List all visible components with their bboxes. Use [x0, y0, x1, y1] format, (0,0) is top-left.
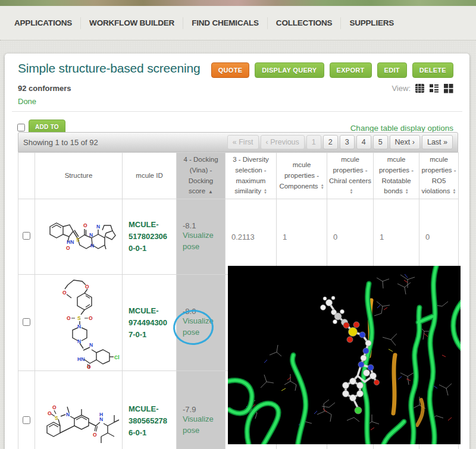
column-header-structure: Structure — [35, 153, 123, 199]
svg-text:S: S — [77, 315, 81, 321]
chiral-centers-value: 0 — [327, 199, 374, 275]
svg-text:O: O — [52, 404, 57, 410]
svg-text:O: O — [48, 410, 52, 416]
pagination-page-2[interactable]: 2 — [323, 135, 338, 149]
row-checkbox[interactable] — [23, 416, 30, 424]
pagination-previous: ‹ Previous — [261, 135, 305, 149]
structure-drawing: S O O N O N H — [37, 387, 120, 449]
svg-text:N: N — [89, 342, 93, 348]
ro5-violations-value: 0 — [419, 199, 459, 275]
section-divider — [12, 111, 462, 112]
mcule-id-link[interactable]: MCULE-3805652786-0-1 — [129, 403, 170, 439]
pagination-page-3[interactable]: 3 — [340, 135, 355, 149]
svg-text:O: O — [66, 245, 70, 251]
pose-viewer-3d[interactable] — [228, 266, 461, 444]
pagination-page-5[interactable]: 5 — [373, 135, 388, 149]
column-header-max-similarity[interactable]: 3 - Diversity selection - maximum simila… — [226, 153, 277, 199]
nav-item-suppliers[interactable]: SUPPLIERS — [341, 17, 402, 29]
nav-item-find-chemicals[interactable]: FIND CHEMICALS — [183, 17, 268, 29]
svg-text:O: O — [87, 364, 91, 369]
quote-button[interactable]: QUOTE — [211, 62, 250, 78]
photo-banner — [0, 0, 476, 6]
sort-ascending-icon: ▲ — [208, 189, 213, 194]
nav-item-applications[interactable]: APPLICATIONS — [6, 17, 81, 29]
page-title: Simple structure-based screening — [18, 61, 200, 76]
pagination-page-1: 1 — [306, 135, 321, 149]
svg-text:O: O — [89, 315, 93, 321]
table-row: HN O O S N N N MCULE-5178023060-0-1 -8.1… — [18, 199, 459, 275]
grid-view-icon[interactable] — [443, 83, 453, 93]
column-header-checkbox — [18, 153, 35, 199]
row-checkbox[interactable] — [23, 318, 30, 326]
pagination-page-4[interactable]: 4 — [356, 135, 371, 149]
svg-text:O: O — [67, 315, 71, 321]
sort-icon[interactable]: ▲▼ — [453, 189, 456, 194]
svg-text:S: S — [76, 237, 80, 243]
pagination: « First ‹ Previous 1 2 3 4 5 Next › Last… — [227, 135, 453, 149]
svg-text:O: O — [83, 222, 87, 228]
mcule-id-link[interactable]: MCULE-9744943007-0-1 — [129, 305, 170, 341]
structure-cell: O O S O O N N N HN O Cl — [35, 275, 123, 371]
column-header-chiral-centers[interactable]: mcule properties - Chiral centers▲▼ — [327, 153, 374, 199]
docking-score-value: -8.1 — [183, 221, 219, 230]
svg-text:H: H — [99, 412, 103, 417]
sort-icon[interactable]: ▲▼ — [321, 184, 324, 190]
sort-icon[interactable]: ▲▼ — [350, 189, 353, 194]
svg-text:N: N — [90, 243, 94, 249]
change-display-options-link[interactable]: Change table display options — [350, 124, 453, 133]
pagination-last[interactable]: Last » — [422, 135, 453, 149]
structure-drawing: O O S O O N N N HN O Cl — [37, 277, 120, 369]
delete-button[interactable]: DELETE — [412, 62, 453, 78]
column-header-docking-score[interactable]: 4 - Docking (Vina) - Docking score▲ — [177, 153, 226, 199]
protein-ligand-scene — [228, 266, 461, 444]
column-header-components[interactable]: mcule properties - Components▲▼ — [277, 153, 327, 199]
svg-text:N: N — [96, 224, 100, 230]
export-button[interactable]: EXPORT — [330, 62, 372, 78]
svg-text:O: O — [85, 284, 89, 290]
display-query-button[interactable]: DISPLAY QUERY — [255, 62, 324, 78]
mcule-id-link[interactable]: MCULE-5178023060-0-1 — [129, 219, 170, 255]
pagination-first: « First — [227, 135, 259, 149]
svg-text:O: O — [62, 290, 67, 296]
list-view-icon[interactable] — [429, 83, 439, 93]
action-buttons: QUOTE DISPLAY QUERY EXPORT EDIT DELETE — [211, 62, 453, 78]
structure-drawing: HN O O S N N N — [37, 207, 120, 266]
column-header-ro5-violations[interactable]: mcule properties - RO5 violations▲▼ — [419, 153, 459, 199]
conformer-count: 92 conformers — [18, 84, 71, 93]
table-header-row: Structure mcule ID 4 - Docking (Vina) - … — [18, 153, 459, 199]
sort-icon[interactable]: ▲▼ — [264, 189, 267, 194]
table-view-icon[interactable] — [415, 83, 425, 93]
svg-text:N: N — [66, 412, 70, 417]
edit-button[interactable]: EDIT — [377, 62, 407, 78]
svg-text:S: S — [55, 415, 58, 421]
structure-cell: S O O N O N H — [35, 371, 123, 449]
column-header-rotatable-bonds[interactable]: mcule properties - Rotatable bonds▲▼ — [374, 153, 419, 199]
pagination-next[interactable]: Next › — [390, 135, 420, 149]
max-similarity-value: 0.2113 — [226, 199, 277, 275]
components-value: 1 — [277, 199, 327, 275]
showing-count: Showing 1 to 15 of 92 — [23, 138, 98, 147]
svg-text:N: N — [77, 338, 81, 344]
structure-cell: HN O O S N N N — [35, 199, 123, 275]
docking-score-value: -7.9 — [183, 405, 219, 414]
visualize-pose-link[interactable]: Visualize pose — [183, 414, 218, 437]
table-topbar: Showing 1 to 15 of 92 « First ‹ Previous… — [18, 132, 458, 152]
svg-text:Cl: Cl — [114, 354, 120, 360]
column-header-mcule-id: mcule ID — [123, 153, 177, 199]
svg-text:O: O — [93, 432, 97, 438]
row-checkbox[interactable] — [23, 232, 30, 240]
select-all-checkbox[interactable] — [17, 124, 25, 131]
svg-text:HN: HN — [67, 239, 74, 245]
view-switcher: View: — [392, 83, 453, 93]
svg-text:N: N — [89, 232, 93, 238]
rotatable-bonds-value: 1 — [374, 199, 419, 275]
sort-icon[interactable]: ▲▼ — [405, 189, 409, 194]
visualize-pose-link[interactable]: Visualize pose — [183, 230, 218, 253]
nav-item-workflow-builder[interactable]: WORKFLOW BUILDER — [81, 17, 183, 29]
nav-item-collections[interactable]: COLLECTIONS — [268, 17, 342, 29]
view-label: View: — [392, 84, 411, 93]
svg-text:N: N — [77, 324, 81, 329]
main-nav: APPLICATIONS WORKFLOW BUILDER FIND CHEMI… — [0, 6, 476, 40]
svg-text:HN: HN — [77, 356, 84, 362]
status-badge: Done — [18, 97, 36, 106]
